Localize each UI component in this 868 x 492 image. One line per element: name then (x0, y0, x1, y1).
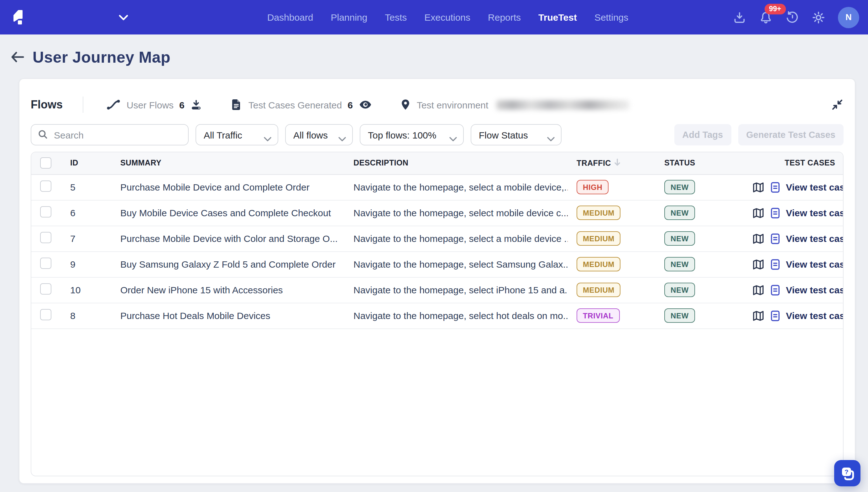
generate-test-cases-button[interactable]: Generate Test Cases (738, 124, 844, 145)
help-chat-icon: ? (840, 465, 855, 481)
main-nav: DashboardPlanningTestsExecutionsReportsT… (267, 12, 628, 23)
row-description: Navigate to the homepage, select a mobil… (353, 182, 568, 192)
select-all-checkbox[interactable] (40, 157, 51, 169)
row-checkbox[interactable] (40, 283, 51, 295)
row-summary: Order New iPhone 15 with Accessories (120, 285, 283, 295)
sort-descending-icon (614, 160, 621, 169)
add-tags-button[interactable]: Add Tags (674, 124, 731, 145)
view-test-case-link[interactable]: View test case (786, 233, 843, 244)
journey-map-icon[interactable] (752, 233, 765, 244)
history-button[interactable] (785, 10, 799, 24)
panel-header: Flows User Flows 6 Test Cases Gener (31, 92, 844, 118)
view-test-case-link[interactable]: View test case (786, 310, 843, 321)
screen-root: { "topbar": { "nav": [ {"label": "Dashbo… (0, 0, 868, 492)
row-id: 6 (70, 207, 76, 218)
col-id: ID (61, 152, 111, 174)
table-row: 6 Buy Mobile Device Cases and Complete C… (31, 200, 843, 226)
gear-icon (812, 10, 825, 24)
nav-dashboard[interactable]: Dashboard (267, 12, 313, 23)
app-logo-icon[interactable] (13, 9, 23, 25)
test-case-doc-icon[interactable] (770, 207, 780, 218)
test-case-doc-icon[interactable] (770, 310, 780, 321)
row-checkbox[interactable] (40, 257, 51, 269)
journey-map-icon[interactable] (752, 284, 765, 296)
page-title: User Journey Map (32, 48, 171, 66)
row-checkbox[interactable] (40, 206, 51, 218)
col-status: STATUS (655, 152, 748, 174)
traffic-filter-value: All Traffic (204, 129, 242, 140)
flows-filter-dropdown[interactable]: All flows (285, 124, 353, 145)
flows-panel: Flows User Flows 6 Test Cases Gener (19, 78, 855, 484)
row-summary: Buy Mobile Device Cases and Complete Che… (120, 207, 331, 218)
history-icon (785, 10, 799, 24)
view-test-case-link[interactable]: View test case (786, 207, 843, 218)
row-description: Navigate to the homepage, select a mobil… (353, 233, 568, 244)
row-id: 5 (70, 182, 76, 192)
settings-gear-button[interactable] (812, 10, 825, 24)
view-test-case-link[interactable]: View test case (786, 285, 843, 295)
row-description: Navigate to the homepage, select hot dea… (353, 310, 568, 321)
journey-map-icon[interactable] (752, 181, 765, 193)
row-checkbox[interactable] (40, 309, 51, 320)
project-switcher (13, 9, 128, 25)
row-id: 9 (70, 259, 76, 270)
collapse-panel-button[interactable] (831, 98, 844, 111)
notifications-button[interactable]: 99+ (759, 10, 773, 24)
download-report-button[interactable] (733, 10, 746, 24)
top-flows-filter-dropdown[interactable]: Top flows: 100% (360, 124, 464, 145)
nav-tests[interactable]: Tests (385, 12, 407, 23)
project-switcher-chevron-icon[interactable] (119, 14, 128, 20)
test-cases-stat: Test Cases Generated 6 (230, 98, 372, 112)
status-badge: NEW (664, 180, 695, 194)
nav-planning[interactable]: Planning (330, 12, 367, 23)
row-description: Navigate to the homepage, select Samsung… (353, 259, 568, 270)
user-flow-icon (106, 98, 121, 111)
avatar[interactable]: N (838, 6, 859, 28)
status-badge: NEW (664, 257, 695, 271)
row-checkbox[interactable] (40, 232, 51, 243)
test-environment: Test environment (400, 98, 629, 111)
status-badge: NEW (664, 231, 695, 246)
journey-map-icon[interactable] (752, 259, 765, 270)
preview-test-cases-button[interactable] (358, 98, 372, 112)
col-traffic[interactable]: TRAFFIC (568, 152, 655, 174)
col-description: DESCRIPTION (345, 152, 568, 174)
table-row: 10 Order New iPhone 15 with Accessories … (31, 277, 843, 303)
row-summary: Purchase Mobile Device and Complete Orde… (120, 182, 309, 192)
view-test-case-link[interactable]: View test case (786, 259, 843, 270)
table-row: 5 Purchase Mobile Device and Complete Or… (31, 174, 843, 200)
status-badge: NEW (664, 283, 695, 297)
document-icon (230, 98, 243, 111)
row-summary: Purchase Hot Deals Mobile Devices (120, 310, 270, 321)
status-badge: NEW (664, 205, 695, 220)
traffic-badge: HIGH (576, 180, 609, 194)
help-chat-button[interactable]: ? (834, 460, 861, 486)
row-description: Navigate to the homepage, select mobile … (353, 207, 568, 218)
svg-text:?: ? (844, 468, 848, 475)
download-icon (733, 10, 746, 24)
test-case-doc-icon[interactable] (770, 181, 780, 193)
table-row: 7 Purchase Mobile Device with Color and … (31, 226, 843, 251)
table-row: 8 Purchase Hot Deals Mobile Devices Navi… (31, 303, 843, 328)
search-input[interactable] (31, 124, 189, 145)
nav-reports[interactable]: Reports (488, 12, 521, 23)
location-pin-icon (400, 98, 411, 111)
user-flows-count: 6 (179, 99, 184, 110)
nav-settings[interactable]: Settings (594, 12, 628, 23)
user-flows-stat: User Flows 6 (106, 98, 203, 111)
row-summary: Buy Samsung Galaxy Z Fold 5 and Complete… (120, 259, 336, 270)
view-test-case-link[interactable]: View test case (786, 182, 843, 192)
test-case-doc-icon[interactable] (770, 284, 780, 296)
journey-map-icon[interactable] (752, 207, 765, 218)
nav-executions[interactable]: Executions (424, 12, 470, 23)
flow-status-filter-dropdown[interactable]: Flow Status (471, 124, 562, 145)
traffic-filter-dropdown[interactable]: All Traffic (196, 124, 278, 145)
back-button[interactable] (10, 51, 24, 63)
journey-map-icon[interactable] (752, 310, 765, 321)
test-case-doc-icon[interactable] (770, 233, 780, 244)
nav-truetest[interactable]: TrueTest (538, 12, 577, 23)
download-flows-button[interactable] (190, 98, 203, 111)
chevron-down-icon (339, 133, 346, 144)
test-case-doc-icon[interactable] (770, 259, 780, 270)
row-checkbox[interactable] (40, 180, 51, 192)
